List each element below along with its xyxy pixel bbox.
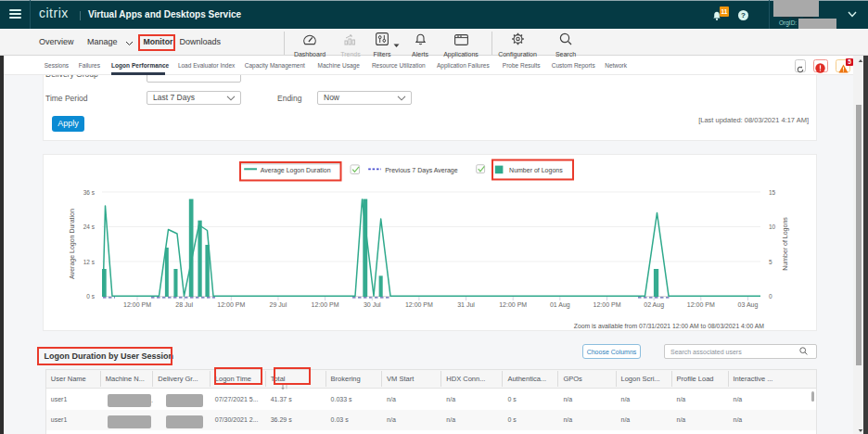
svg-text:Average Logon Duration: Average Logon Duration: [261, 167, 331, 174]
svg-text:Previous 7 Days Average: Previous 7 Days Average: [385, 167, 458, 174]
svg-text:12:00 PM: 12:00 PM: [594, 301, 621, 308]
svg-text:12:00 PM: 12:00 PM: [123, 301, 151, 308]
svg-text:12:00 PM: 12:00 PM: [499, 301, 527, 308]
svg-text:12:00 PM: 12:00 PM: [217, 301, 245, 308]
svg-text:12 s: 12 s: [83, 259, 96, 265]
svg-text:5: 5: [769, 259, 772, 265]
svg-text:36 s: 36 s: [83, 189, 96, 196]
svg-text:10: 10: [769, 223, 776, 230]
svg-text:31 Jul: 31 Jul: [457, 301, 475, 308]
svg-text:0 s: 0 s: [86, 293, 95, 300]
svg-text:0: 0: [769, 293, 772, 300]
svg-text:12:00 PM: 12:00 PM: [405, 301, 433, 308]
svg-text:12:00 PM: 12:00 PM: [312, 301, 339, 308]
svg-text:15: 15: [769, 189, 776, 196]
svg-text:01 Aug: 01 Aug: [550, 301, 570, 309]
svg-text:Number of Logons: Number of Logons: [509, 167, 563, 174]
svg-text:12:00 PM: 12:00 PM: [687, 301, 715, 308]
svg-text:29 Jul: 29 Jul: [270, 301, 287, 308]
svg-text:02 Aug: 02 Aug: [644, 301, 664, 309]
svg-text:03 Aug: 03 Aug: [738, 301, 759, 309]
svg-text:24 s: 24 s: [83, 223, 96, 230]
svg-text:Zoom is available from 07/31/2: Zoom is available from 07/31/2021 12:00 …: [574, 323, 765, 329]
svg-text:30 Jul: 30 Jul: [364, 301, 381, 308]
svg-text:28 Jul: 28 Jul: [175, 301, 193, 308]
svg-text:Number of Logons: Number of Logons: [782, 217, 789, 271]
svg-text:Average Logon Duration: Average Logon Duration: [69, 209, 76, 279]
